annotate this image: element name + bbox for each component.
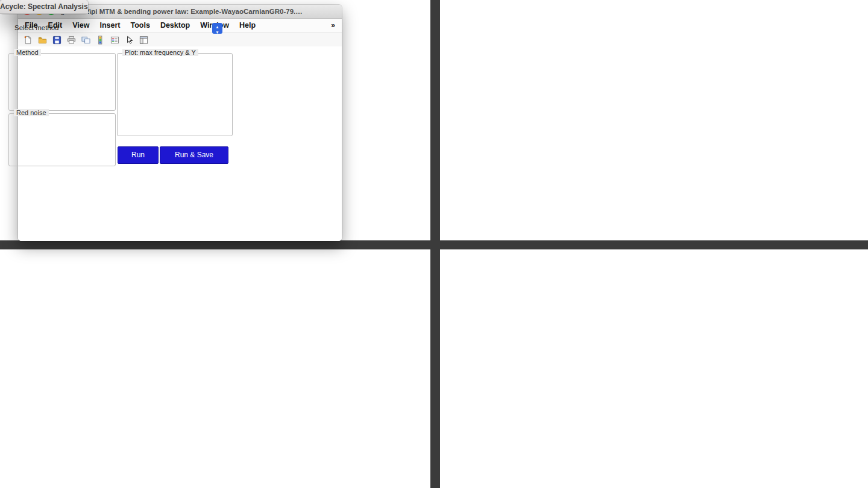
print-icon[interactable] xyxy=(67,36,76,45)
menu-overflow-icon[interactable]: » xyxy=(331,21,335,30)
menu-item-insert[interactable]: Insert xyxy=(99,21,120,30)
run-button[interactable]: Run xyxy=(118,146,159,164)
background-divider-horizontal xyxy=(0,240,868,249)
link-plot-icon[interactable] xyxy=(81,36,90,45)
dialog-titlebar[interactable]: Acycle: Spectral Analysis xyxy=(0,0,88,14)
dialog-title: Acycle: Spectral Analysis xyxy=(0,2,88,11)
method-combo-stepper[interactable]: ▲▼ xyxy=(212,23,222,34)
select-method-label: Select method xyxy=(14,24,59,31)
open-file-icon[interactable] xyxy=(38,36,47,45)
method-dropdown-popup xyxy=(0,0,1,1)
red-noise-group-title: Red noise xyxy=(14,109,49,116)
property-editor-icon[interactable] xyxy=(139,36,148,45)
insert-colorbar-icon[interactable] xyxy=(96,36,105,45)
figure-toolbar xyxy=(18,33,342,48)
method-group: Method xyxy=(8,53,116,111)
save-figure-icon[interactable] xyxy=(52,36,61,45)
run-and-save-button[interactable]: Run & Save xyxy=(160,146,228,164)
menu-item-tools[interactable]: Tools xyxy=(130,21,149,30)
plot-group-title: Plot: max frequency & Y xyxy=(122,49,198,56)
menu-bar: FileEditViewInsertToolsDesktopWindowHelp… xyxy=(18,19,342,33)
menu-item-desktop[interactable]: Desktop xyxy=(160,21,190,30)
edit-plot-icon[interactable] xyxy=(125,36,134,45)
red-noise-group: Red noise xyxy=(8,113,116,166)
insert-legend-icon[interactable] xyxy=(110,36,119,45)
new-figure-icon[interactable] xyxy=(24,36,33,45)
menu-item-help[interactable]: Help xyxy=(239,21,256,30)
plot-options-group: Plot: max frequency & Y xyxy=(117,53,233,136)
menu-item-view[interactable]: View xyxy=(72,21,89,30)
method-group-title: Method xyxy=(14,49,41,56)
spectral-analysis-dialog: Acycle: Spectral Analysis Select method … xyxy=(0,0,88,14)
